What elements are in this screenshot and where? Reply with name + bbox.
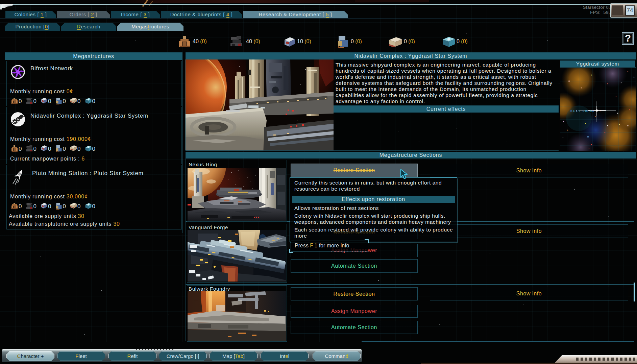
svg-text:0: 0 xyxy=(33,98,36,104)
svg-text:0: 0 xyxy=(63,146,66,152)
svg-text:0: 0 xyxy=(63,203,66,210)
svg-text:0: 0 xyxy=(33,146,36,152)
svg-text:0: 0 xyxy=(77,146,80,152)
svg-text:0: 0 xyxy=(19,203,22,210)
svg-text:0: 0 xyxy=(77,203,80,210)
svg-text:0: 0 xyxy=(19,146,22,152)
svg-text:BETA DRAGO: BETA DRAGO xyxy=(570,109,595,113)
svg-text:0: 0 xyxy=(92,146,95,152)
svg-text:0: 0 xyxy=(92,98,95,104)
svg-text:0: 0 xyxy=(92,203,95,210)
svg-text:0: 0 xyxy=(77,98,80,104)
svg-text:0: 0 xyxy=(48,203,51,210)
svg-text:0: 0 xyxy=(19,98,22,104)
svg-text:0: 0 xyxy=(63,98,66,104)
svg-text:0: 0 xyxy=(33,203,36,210)
svg-text:0: 0 xyxy=(48,98,51,104)
svg-text:0: 0 xyxy=(48,146,51,152)
